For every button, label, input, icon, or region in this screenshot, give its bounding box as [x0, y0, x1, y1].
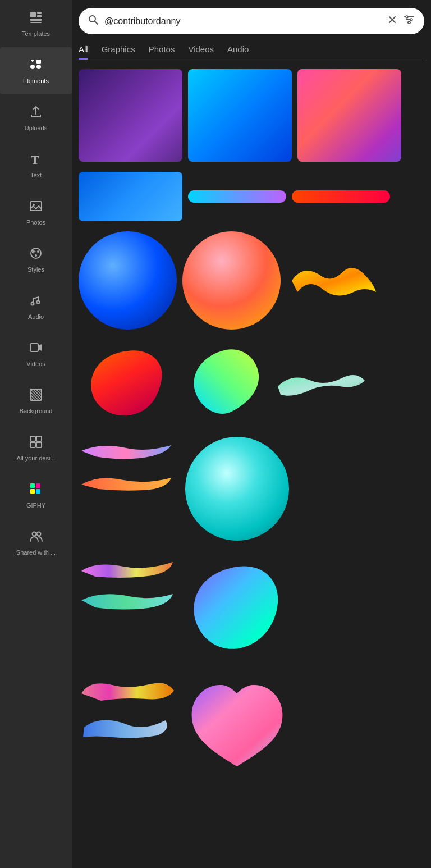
sidebar-item-shared[interactable]: Shared with ... — [0, 519, 72, 566]
tab-audio[interactable]: Audio — [227, 44, 249, 60]
gradient-bar-2[interactable] — [292, 190, 390, 203]
uploads-icon — [29, 104, 43, 121]
sidebar-item-shared-label: Shared with ... — [16, 549, 56, 556]
svg-rect-28 — [36, 436, 42, 441]
brush-stroke-2[interactable] — [275, 361, 368, 406]
gradient-swatch-4[interactable] — [79, 172, 182, 221]
sidebar-item-background-label: Background — [20, 408, 53, 414]
svg-rect-5 — [36, 60, 41, 64]
gradient-bar-1[interactable] — [188, 190, 286, 203]
search-bar — [79, 8, 424, 34]
svg-point-13 — [37, 250, 39, 253]
search-input[interactable] — [104, 16, 382, 26]
text-icon: T — [29, 152, 43, 168]
main-content: All Graphics Photos Videos Audio — [72, 0, 431, 868]
filter-button[interactable] — [403, 13, 415, 29]
sidebar-item-giphy[interactable]: GIPHY — [0, 472, 72, 519]
search-icon — [88, 14, 99, 28]
grid-row-7 — [79, 674, 424, 778]
blob-4[interactable] — [185, 674, 289, 778]
svg-point-14 — [35, 254, 37, 257]
sidebar-item-styles-label: Styles — [27, 266, 44, 273]
svg-line-38 — [95, 21, 98, 25]
sidebar-item-audio-label: Audio — [28, 313, 44, 320]
sidebar-item-elements-label: Elements — [23, 77, 49, 84]
svg-point-16 — [31, 303, 34, 305]
circle-3[interactable] — [185, 437, 289, 541]
svg-rect-4 — [30, 22, 42, 23]
svg-rect-1 — [37, 12, 42, 14]
svg-rect-3 — [30, 19, 42, 21]
svg-rect-30 — [36, 442, 42, 447]
grid-row-2 — [79, 172, 424, 221]
sidebar-item-giphy-label: GIPHY — [26, 502, 45, 509]
grid-row-4 — [79, 340, 424, 427]
svg-rect-31 — [30, 483, 35, 488]
sidebar-item-text-label: Text — [30, 172, 42, 179]
grid-row-5 — [79, 437, 424, 541]
brush-stroke-6[interactable] — [79, 586, 177, 611]
brush-stroke-1[interactable] — [286, 247, 379, 314]
background-icon — [29, 387, 43, 404]
tab-videos[interactable]: Videos — [188, 44, 214, 60]
content-grid — [79, 69, 424, 782]
svg-rect-2 — [37, 15, 42, 17]
grid-row-1 — [79, 69, 424, 162]
brush-stroke-3[interactable] — [79, 437, 177, 462]
elements-icon — [29, 57, 43, 74]
clear-search-button[interactable] — [387, 15, 397, 28]
svg-rect-32 — [36, 483, 40, 488]
styles-icon — [29, 246, 43, 263]
tab-all[interactable]: All — [79, 44, 88, 60]
giphy-icon — [29, 482, 43, 499]
brush-stroke-4[interactable] — [79, 468, 177, 493]
sidebar-item-videos-label: Videos — [26, 360, 45, 367]
sidebar-item-text[interactable]: T Text — [0, 141, 72, 189]
all-designs-icon — [29, 435, 43, 451]
gradient-swatch-2[interactable] — [188, 69, 292, 162]
circle-1[interactable] — [79, 231, 177, 330]
sidebar-item-templates[interactable]: Templates — [0, 0, 72, 47]
svg-point-17 — [37, 301, 40, 304]
sidebar: Templates Elements Uploads T — [0, 0, 72, 868]
svg-rect-0 — [30, 12, 36, 17]
svg-point-35 — [33, 532, 36, 536]
sidebar-item-audio[interactable]: Audio — [0, 283, 72, 330]
sidebar-item-photos[interactable]: Photos — [0, 189, 72, 236]
svg-point-11 — [31, 248, 41, 258]
svg-rect-34 — [36, 489, 40, 494]
content-tabs: All Graphics Photos Videos Audio — [79, 44, 424, 60]
shared-icon — [29, 529, 43, 546]
videos-icon — [29, 340, 43, 357]
sidebar-item-elements[interactable]: Elements — [0, 47, 72, 94]
blob-3[interactable] — [185, 555, 289, 659]
templates-icon — [29, 10, 43, 27]
gradient-swatch-3[interactable] — [297, 69, 401, 162]
tab-photos[interactable]: Photos — [149, 44, 175, 60]
svg-point-46 — [408, 21, 410, 24]
sidebar-item-templates-label: Templates — [22, 30, 50, 37]
sidebar-item-background[interactable]: Background — [0, 377, 72, 424]
brush-stroke-7[interactable] — [79, 674, 177, 705]
sidebar-item-styles[interactable]: Styles — [0, 236, 72, 283]
tab-graphics[interactable]: Graphics — [102, 44, 135, 60]
grid-row-6 — [79, 555, 424, 659]
gradient-swatch-1[interactable] — [79, 69, 182, 162]
sidebar-item-photos-label: Photos — [26, 219, 45, 226]
svg-rect-27 — [30, 436, 35, 441]
brush-stroke-8[interactable] — [79, 710, 177, 741]
blob-2[interactable] — [182, 340, 269, 427]
circle-2[interactable] — [182, 231, 281, 330]
sidebar-item-uploads[interactable]: Uploads — [0, 94, 72, 141]
svg-rect-7 — [36, 65, 41, 69]
svg-text:T: T — [31, 153, 39, 166]
photos-icon — [29, 199, 43, 216]
sidebar-item-uploads-label: Uploads — [25, 125, 47, 131]
sidebar-item-videos[interactable]: Videos — [0, 330, 72, 377]
svg-point-36 — [37, 532, 41, 536]
audio-icon — [29, 293, 43, 310]
blob-1[interactable] — [79, 340, 177, 427]
sidebar-item-all-designs[interactable]: All your desi... — [0, 424, 72, 472]
svg-rect-33 — [30, 489, 35, 494]
brush-stroke-5[interactable] — [79, 555, 177, 581]
